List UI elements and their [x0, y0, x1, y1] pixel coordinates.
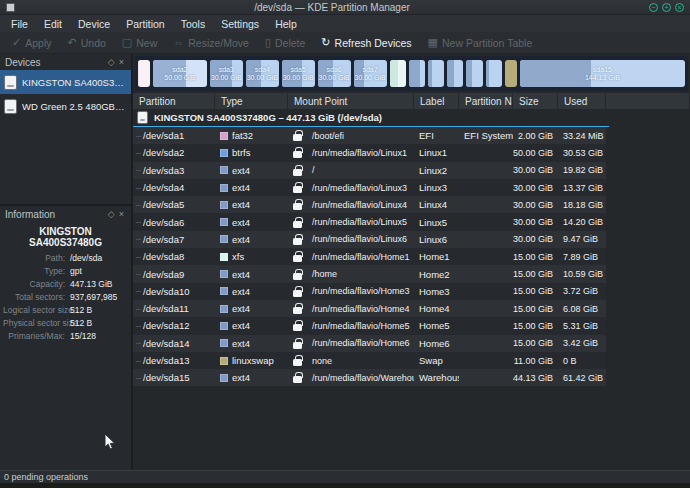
table-row[interactable]: /dev/sda15ext4/run/media/flavio/Warehous… — [133, 369, 606, 386]
size-cell: 15.00 GiB — [513, 269, 558, 279]
mount-point-cell: /run/media/flavio/Home4 — [288, 303, 414, 314]
partition-path: /dev/sda15 — [143, 372, 189, 383]
device-list-item[interactable]: WD Green 2.5 480GB – 447.13 ... — [0, 94, 131, 118]
partition-segment-size: 30.00 GiB — [211, 74, 242, 82]
devices-panel: Devices ◇ × KINGSTON SA400S37480G – 44..… — [0, 54, 131, 204]
pending-operations-status: 0 pending operations — [4, 472, 88, 482]
sidebar: Devices ◇ × KINGSTON SA400S37480G – 44..… — [0, 54, 131, 470]
partition-segment-sda5[interactable]: sda530.00 GiB — [282, 60, 315, 87]
partition-cell: /dev/sda9 — [133, 269, 215, 280]
partition-segment-sda7[interactable]: sda730.00 GiB — [354, 60, 387, 87]
mount-point-path: /run/media/flavio/Home1 — [312, 252, 410, 262]
partition-segment-sda4[interactable]: sda430.00 GiB — [246, 60, 279, 87]
partition-segment-sda12[interactable] — [466, 60, 482, 87]
partition-segment-sda9[interactable] — [409, 60, 425, 87]
filesystem-color-swatch — [220, 218, 228, 226]
menu-help[interactable]: Help — [268, 17, 304, 31]
menu-tools[interactable]: Tools — [174, 17, 213, 31]
menu-device[interactable]: Device — [71, 17, 117, 31]
titlebar[interactable]: /dev/sda — KDE Partition Manager −+× — [0, 0, 690, 15]
mount-point-cell: /boot/efi — [288, 130, 414, 141]
size-cell: 50.00 GiB — [513, 148, 558, 158]
new-partition-icon: ▢ — [122, 37, 132, 48]
menu-file[interactable]: File — [4, 17, 35, 31]
lock-icon — [293, 151, 302, 158]
minimize-button[interactable]: − — [649, 3, 658, 12]
partition-path: /dev/sda5 — [143, 199, 184, 210]
label-cell: Linux1 — [414, 147, 459, 158]
partition-segment-sda6[interactable]: sda630.00 GiB — [318, 60, 351, 87]
maximize-button[interactable]: + — [662, 3, 671, 12]
table-row[interactable]: /dev/sda11ext4/run/media/flavio/Home4Hom… — [133, 300, 606, 317]
table-row[interactable]: /dev/sda6ext4/run/media/flavio/Linux5Lin… — [133, 213, 606, 230]
info-field-value: /dev/sda — [70, 253, 128, 263]
partition-segment-sda2[interactable]: sda250.00 GiB — [153, 60, 207, 87]
filesystem-color-swatch — [220, 184, 228, 192]
column-header-label[interactable]: Label — [414, 93, 459, 109]
table-row[interactable]: /dev/sda1fat32/boot/efiEFIEFI System Par… — [133, 127, 606, 144]
mount-point-path: /run/media/flavio/Linux4 — [312, 200, 407, 210]
partition-segment-sda14[interactable] — [486, 60, 502, 87]
device-group-row[interactable]: KINGSTON SA400S37480G – 447.13 GiB (/dev… — [133, 109, 690, 126]
size-cell: 30.00 GiB — [513, 165, 558, 175]
table-row[interactable]: /dev/sda2btrfs/run/media/flavio/Linux1Li… — [133, 144, 606, 161]
menu-settings[interactable]: Settings — [214, 17, 266, 31]
partition-segment-sda8[interactable] — [390, 60, 406, 87]
close-panel-icon[interactable]: × — [117, 209, 126, 219]
type-cell: ext4 — [215, 165, 288, 176]
float-panel-icon[interactable]: ◇ — [106, 57, 117, 67]
menu-partition[interactable]: Partition — [119, 17, 172, 31]
column-header-filler — [606, 93, 690, 109]
table-row[interactable]: /dev/sda10ext4/run/media/flavio/Home3Hom… — [133, 283, 606, 300]
lock-icon — [293, 186, 302, 193]
device-list-item[interactable]: KINGSTON SA400S37480G – 44... — [0, 70, 131, 94]
column-header-partition[interactable]: Partition — [133, 93, 215, 109]
filesystem-color-swatch — [220, 374, 228, 382]
table-row[interactable]: /dev/sda9ext4/homeHome215.00 GiB10.59 Gi… — [133, 265, 606, 282]
refresh-devices-button[interactable]: ↻Refresh Devices — [315, 35, 417, 51]
table-row[interactable]: /dev/sda14ext4/run/media/flavio/Home6Hom… — [133, 335, 606, 352]
partition-segment-sda15[interactable]: sda15144.13 GiB — [520, 60, 685, 87]
partition-segment-sda11[interactable] — [447, 60, 463, 87]
used-cell: 5.31 GiB — [558, 321, 606, 331]
column-header-mount-point[interactable]: Mount Point — [288, 93, 414, 109]
lock-icon — [293, 255, 302, 262]
table-row[interactable]: /dev/sda12ext4/run/media/flavio/Home5Hom… — [133, 317, 606, 334]
menu-edit[interactable]: Edit — [37, 17, 69, 31]
mount-point-path: /run/media/flavio/Linux5 — [312, 217, 407, 227]
partition-table: PartitionTypeMount PointLabelPartition N… — [133, 93, 690, 470]
table-row[interactable]: /dev/sda3ext4/Linux230.00 GiB19.82 GiB — [133, 162, 606, 179]
column-header-partition-name[interactable]: Partition Name — [459, 93, 513, 109]
type-cell: xfs — [215, 251, 288, 262]
type-cell: linuxswap — [215, 355, 288, 366]
table-row[interactable]: /dev/sda13linuxswapnoneSwap11.00 GiB0 B — [133, 352, 606, 369]
mount-point-cell: /run/media/flavio/Home1 — [288, 251, 414, 262]
partition-segment-sda10[interactable] — [428, 60, 444, 87]
size-cell: 15.00 GiB — [513, 286, 558, 296]
info-field-value: 512 B — [70, 305, 128, 315]
partition-segment-sda1[interactable] — [138, 60, 150, 87]
mount-point-path: /run/media/flavio/Linux3 — [312, 183, 407, 193]
column-header-type[interactable]: Type — [215, 93, 288, 109]
table-row[interactable]: /dev/sda4ext4/run/media/flavio/Linux3Lin… — [133, 179, 606, 196]
close-panel-icon[interactable]: × — [117, 57, 126, 67]
info-field-value: 15/128 — [70, 331, 128, 341]
column-header-size[interactable]: Size — [513, 93, 558, 109]
float-panel-icon[interactable]: ◇ — [106, 209, 117, 219]
table-row[interactable]: /dev/sda5ext4/run/media/flavio/Linux4Lin… — [133, 196, 606, 213]
close-button[interactable]: × — [675, 3, 684, 12]
partition-cell: /dev/sda12 — [133, 320, 215, 331]
info-field-value: gpt — [70, 266, 128, 276]
column-header-used[interactable]: Used — [558, 93, 606, 109]
label-cell: Home5 — [414, 320, 459, 331]
partition-cell: /dev/sda1 — [133, 130, 215, 141]
table-row[interactable]: /dev/sda7ext4/run/media/flavio/Linux6Lin… — [133, 231, 606, 248]
label-cell: Home6 — [414, 338, 459, 349]
table-row[interactable]: /dev/sda8xfs/run/media/flavio/Home1Home1… — [133, 248, 606, 265]
used-space-fill — [466, 60, 472, 87]
mount-point-path: /run/media/flavio/Home5 — [312, 321, 410, 331]
partition-segment-sda13[interactable] — [505, 60, 517, 87]
filesystem-type: linuxswap — [232, 355, 274, 366]
type-cell: ext4 — [215, 182, 288, 193]
partition-segment-sda3[interactable]: sda330.00 GiB — [210, 60, 243, 87]
